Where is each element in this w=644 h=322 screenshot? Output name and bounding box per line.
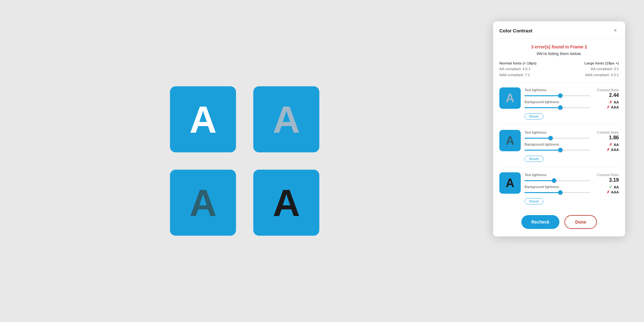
reset-button-2[interactable]: Reset	[525, 156, 543, 162]
item-result-1: Contrast Ratio 2.44 ✗ AA ✗ AAA	[594, 87, 619, 109]
panel-header: Color Contrast ×	[493, 21, 625, 39]
item-controls-3: Text lightness Background lightness Rese…	[525, 172, 590, 204]
tile-4: A	[253, 170, 319, 236]
panel-title: Color Contrast	[499, 28, 532, 33]
preview-letter-2: A	[506, 134, 514, 147]
aaa-badge-3: ✗ AAA	[607, 190, 619, 194]
normal-fonts-col: Normal fonts (< 19px) AA compliant: 4.5:…	[499, 60, 536, 78]
aaa-label-1: AAA	[611, 105, 619, 109]
done-button[interactable]: Done	[564, 215, 597, 229]
reset-button-3[interactable]: Reset	[525, 198, 543, 204]
tile-letter-2: A	[273, 101, 300, 138]
aaa-icon-1: ✗	[607, 105, 610, 109]
item-controls-2: Text lightness Background lightness Rese…	[525, 130, 590, 162]
contrast-ratio-label-3: Contrast Ratio	[594, 173, 619, 177]
bg-lightness-slider-2[interactable]	[525, 147, 590, 153]
bg-lightness-label-1: Background lightness	[525, 100, 590, 104]
normal-fonts-label: Normal fonts (< 19px)	[499, 60, 536, 66]
aa-badge-1: ✗ AA	[609, 100, 619, 104]
bg-lightness-slider-1[interactable]	[525, 105, 590, 110]
text-lightness-slider-3[interactable]	[525, 178, 590, 183]
preview-letter-3: A	[506, 176, 514, 190]
text-lightness-slider-1[interactable]	[525, 93, 590, 98]
compliance-info: Normal fonts (< 19px) AA compliant: 4.5:…	[499, 60, 619, 82]
aa-icon-1: ✗	[609, 100, 612, 104]
aa-badge-3: ✓ AA	[609, 185, 619, 189]
text-lightness-label-2: Text lightness	[525, 130, 590, 134]
bg-lightness-slider-3[interactable]	[525, 190, 590, 195]
compliance-badges-2: ✗ AA ✗ AAA	[594, 142, 619, 152]
tile-1: A	[170, 86, 236, 153]
aaa-icon-2: ✗	[607, 147, 610, 152]
tile-3: A	[170, 170, 236, 236]
contrast-value-1: 2.44	[594, 92, 619, 98]
text-lightness-slider-2[interactable]	[525, 136, 590, 141]
contrast-ratio-label-2: Contrast Ratio	[594, 130, 619, 134]
aa-label-2: AA	[613, 143, 619, 147]
compliance-badges-1: ✗ AA ✗ AAA	[594, 100, 619, 109]
tile-2: A	[253, 86, 319, 153]
reset-button-1[interactable]: Reset	[525, 113, 543, 119]
item-preview-1: A	[499, 87, 521, 109]
tile-letter-1: A	[189, 101, 217, 138]
contrast-item-2: A Text lightness Background lightness	[499, 130, 619, 167]
color-contrast-panel: Color Contrast × 3 error(s) found in Fra…	[493, 21, 625, 236]
normal-aaa: AAA compliant: 7:1	[499, 72, 536, 78]
aa-badge-2: ✗ AA	[609, 142, 619, 147]
large-aa: AA compliant: 3:1	[584, 66, 619, 72]
aa-label-3: AA	[613, 185, 619, 189]
normal-aa: AA compliant: 4.5:1	[499, 66, 536, 72]
item-result-3: Contrast Ratio 3.19 ✓ AA ✗ AAA	[594, 172, 619, 194]
bg-lightness-label-3: Background lightness	[525, 185, 590, 189]
item-controls-1: Text lightness Background lightness Rese…	[525, 87, 590, 119]
contrast-item-3: A Text lightness Background lightness	[499, 172, 619, 209]
aa-icon-3: ✓	[609, 185, 612, 189]
aa-icon-2: ✗	[609, 142, 612, 147]
tile-letter-3: A	[189, 184, 217, 222]
contrast-value-2: 1.86	[594, 135, 619, 141]
close-button[interactable]: ×	[612, 27, 619, 34]
error-subtitle: We're listing them below.	[499, 51, 619, 56]
contrast-item-1: A Text lightness Background lightness	[499, 87, 619, 125]
item-result-2: Contrast Ratio 1.86 ✗ AA ✗ AAA	[594, 130, 619, 152]
aaa-label-3: AAA	[611, 190, 619, 194]
preview-letter-1: A	[506, 92, 514, 105]
aaa-icon-3: ✗	[607, 190, 610, 194]
recheck-button[interactable]: Recheck	[521, 215, 560, 229]
aaa-label-2: AAA	[611, 148, 619, 152]
text-lightness-label-3: Text lightness	[525, 173, 590, 177]
aaa-badge-2: ✗ AAA	[607, 147, 619, 152]
item-preview-3: A	[499, 172, 521, 194]
aaa-badge-1: ✗ AAA	[607, 105, 619, 109]
contrast-ratio-label-1: Contrast Ratio	[594, 88, 619, 92]
bg-lightness-label-2: Background lightness	[525, 142, 590, 146]
compliance-badges-3: ✓ AA ✗ AAA	[594, 185, 619, 194]
large-fonts-col: Large fonts (19px +) AA compliant: 3:1 A…	[584, 60, 619, 78]
error-title: 3 error(s) found in Frame 2	[499, 44, 619, 49]
large-aaa: AAA compliant: 4.5:1	[584, 72, 619, 78]
panel-footer: Recheck Done	[493, 215, 625, 229]
item-preview-2: A	[499, 130, 521, 151]
aa-label-1: AA	[613, 100, 619, 104]
panel-body: 3 error(s) found in Frame 2 We're listin…	[493, 39, 625, 209]
large-fonts-label: Large fonts (19px +)	[584, 60, 619, 66]
tiles-grid: A A A A	[170, 86, 319, 236]
contrast-value-3: 3.19	[594, 177, 619, 183]
tile-letter-4: A	[273, 184, 300, 222]
text-lightness-label-1: Text lightness	[525, 88, 590, 92]
